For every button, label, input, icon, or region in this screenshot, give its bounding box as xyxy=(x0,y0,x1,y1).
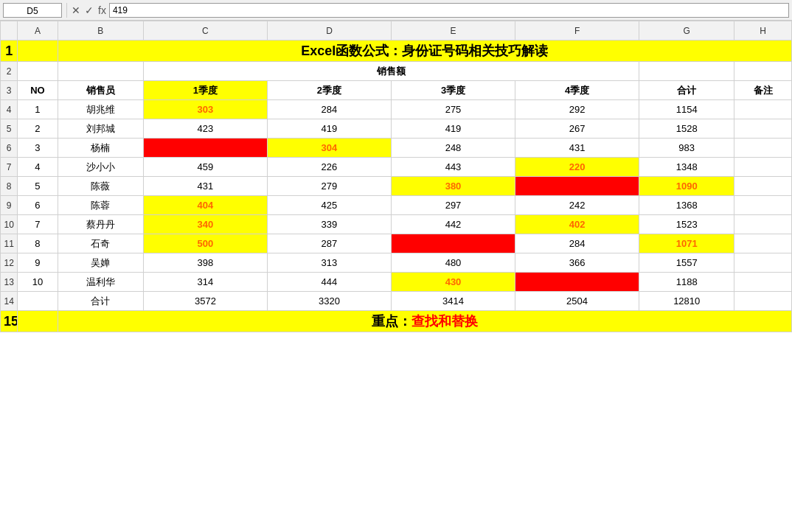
cell-q4-9[interactable]: 366 xyxy=(515,253,639,273)
cell-q4-10[interactable]: 0 xyxy=(515,273,639,292)
cell-q3-7[interactable]: 442 xyxy=(391,215,515,234)
cell-q4-3[interactable]: 431 xyxy=(515,139,639,158)
cell-q1-5[interactable]: 431 xyxy=(143,177,267,196)
cell-name-9[interactable]: 吴婵 xyxy=(58,253,143,273)
cell-q2-7[interactable]: 339 xyxy=(267,215,391,234)
cell-q2-2[interactable]: 419 xyxy=(267,119,391,139)
cell-q2-4[interactable]: 226 xyxy=(267,158,391,177)
cell-name-4[interactable]: 沙小小 xyxy=(58,158,143,177)
cell-q3-3[interactable]: 248 xyxy=(391,139,515,158)
cell-total-6[interactable]: 1368 xyxy=(639,196,734,215)
cell-no-6[interactable]: 6 xyxy=(18,196,58,215)
cell-total-8[interactable]: 1071 xyxy=(639,234,734,253)
cell-no-7[interactable]: 7 xyxy=(18,215,58,234)
cell-q4-1[interactable]: 292 xyxy=(515,100,639,119)
cell-no-5[interactable]: 5 xyxy=(18,177,58,196)
cell-name-1[interactable]: 胡兆维 xyxy=(58,100,143,119)
cell-q1-9[interactable]: 398 xyxy=(143,253,267,273)
cell-no-10[interactable]: 10 xyxy=(18,273,58,292)
cell-q3-6[interactable]: 297 xyxy=(391,196,515,215)
cell-q4-4[interactable]: 220 xyxy=(515,158,639,177)
cell-note-8[interactable] xyxy=(734,234,792,253)
total-q4[interactable]: 2504 xyxy=(515,292,639,311)
col-header-d[interactable]: D xyxy=(267,21,391,41)
cell-total-5[interactable]: 1090 xyxy=(639,177,734,196)
cell-no-3[interactable]: 3 xyxy=(18,139,58,158)
cell-note-2[interactable] xyxy=(734,119,792,139)
cell-q2-9[interactable]: 313 xyxy=(267,253,391,273)
cell-no-8[interactable]: 8 xyxy=(18,234,58,253)
cell-q2-3[interactable]: 304 xyxy=(267,139,391,158)
cell-q1-7[interactable]: 340 xyxy=(143,215,267,234)
cell-name-10[interactable]: 温利华 xyxy=(58,273,143,292)
cell-q1-10[interactable]: 314 xyxy=(143,273,267,292)
confirm-icon[interactable]: ✓ xyxy=(85,4,94,16)
cell-q3-1[interactable]: 275 xyxy=(391,100,515,119)
cell-note-10[interactable] xyxy=(734,273,792,292)
cell-name-3[interactable]: 杨楠 xyxy=(58,139,143,158)
cell-note-7[interactable] xyxy=(734,215,792,234)
cell-total-4[interactable]: 1348 xyxy=(639,158,734,177)
cell-q1-2[interactable]: 423 xyxy=(143,119,267,139)
cell-name-2[interactable]: 刘邦城 xyxy=(58,119,143,139)
total-q1[interactable]: 3572 xyxy=(143,292,267,311)
col-header-a[interactable]: A xyxy=(18,21,58,41)
col-header-g[interactable]: G xyxy=(639,21,734,41)
cell-q1-6[interactable]: 404 xyxy=(143,196,267,215)
cell-q4-6[interactable]: 242 xyxy=(515,196,639,215)
cell-q2-10[interactable]: 444 xyxy=(267,273,391,292)
cell-total-7[interactable]: 1523 xyxy=(639,215,734,234)
total-sum[interactable]: 12810 xyxy=(639,292,734,311)
col-header-e[interactable]: E xyxy=(391,21,515,41)
cell-total-10[interactable]: 1188 xyxy=(639,273,734,292)
cell-q4-7[interactable]: 402 xyxy=(515,215,639,234)
cell-total-3[interactable]: 983 xyxy=(639,139,734,158)
cell-q1-4[interactable]: 459 xyxy=(143,158,267,177)
cell-q1-3[interactable]: 0 xyxy=(143,139,267,158)
cell-reference-box[interactable]: D5 xyxy=(3,3,62,18)
cell-note-1[interactable] xyxy=(734,100,792,119)
cell-q2-6[interactable]: 425 xyxy=(267,196,391,215)
cell-q2-1[interactable]: 284 xyxy=(267,100,391,119)
cell-q1-1[interactable]: 303 xyxy=(143,100,267,119)
total-q2[interactable]: 3320 xyxy=(267,292,391,311)
cell-note-6[interactable] xyxy=(734,196,792,215)
cell-q3-5[interactable]: 380 xyxy=(391,177,515,196)
cell-name-5[interactable]: 陈薇 xyxy=(58,177,143,196)
cell-g2 xyxy=(639,62,734,81)
cell-q3-4[interactable]: 443 xyxy=(391,158,515,177)
cell-q3-9[interactable]: 480 xyxy=(391,253,515,273)
cell-no-4[interactable]: 4 xyxy=(18,158,58,177)
col-header-f[interactable]: F xyxy=(515,21,639,41)
cell-note-5[interactable] xyxy=(734,177,792,196)
fx-icon[interactable]: fx xyxy=(98,4,106,16)
cell-q4-8[interactable]: 284 xyxy=(515,234,639,253)
cell-q2-8[interactable]: 287 xyxy=(267,234,391,253)
cell-name-8[interactable]: 石奇 xyxy=(58,234,143,253)
col-header-b[interactable]: B xyxy=(58,21,143,41)
col-header-c[interactable]: C xyxy=(143,21,267,41)
cell-no-2[interactable]: 2 xyxy=(18,119,58,139)
cancel-icon[interactable]: ✕ xyxy=(72,4,80,16)
cell-name-7[interactable]: 蔡丹丹 xyxy=(58,215,143,234)
cell-q3-2[interactable]: 419 xyxy=(391,119,515,139)
cell-total-9[interactable]: 1557 xyxy=(639,253,734,273)
cell-note-4[interactable] xyxy=(734,158,792,177)
cell-q4-5[interactable]: 0 xyxy=(515,177,639,196)
bottom-note-highlight: 查找和替换 xyxy=(411,314,478,329)
cell-total-1[interactable]: 1154 xyxy=(639,100,734,119)
col-header-h[interactable]: H xyxy=(734,21,792,41)
cell-q3-8[interactable]: 0 xyxy=(391,234,515,253)
cell-note-9[interactable] xyxy=(734,253,792,273)
cell-name-6[interactable]: 陈蓉 xyxy=(58,196,143,215)
cell-q3-10[interactable]: 430 xyxy=(391,273,515,292)
cell-note-3[interactable] xyxy=(734,139,792,158)
cell-no-1[interactable]: 1 xyxy=(18,100,58,119)
cell-total-2[interactable]: 1528 xyxy=(639,119,734,139)
cell-q4-2[interactable]: 267 xyxy=(515,119,639,139)
formula-input[interactable] xyxy=(109,3,789,18)
total-q3[interactable]: 3414 xyxy=(391,292,515,311)
cell-q1-8[interactable]: 500 xyxy=(143,234,267,253)
cell-no-9[interactable]: 9 xyxy=(18,253,58,273)
cell-q2-5[interactable]: 279 xyxy=(267,177,391,196)
